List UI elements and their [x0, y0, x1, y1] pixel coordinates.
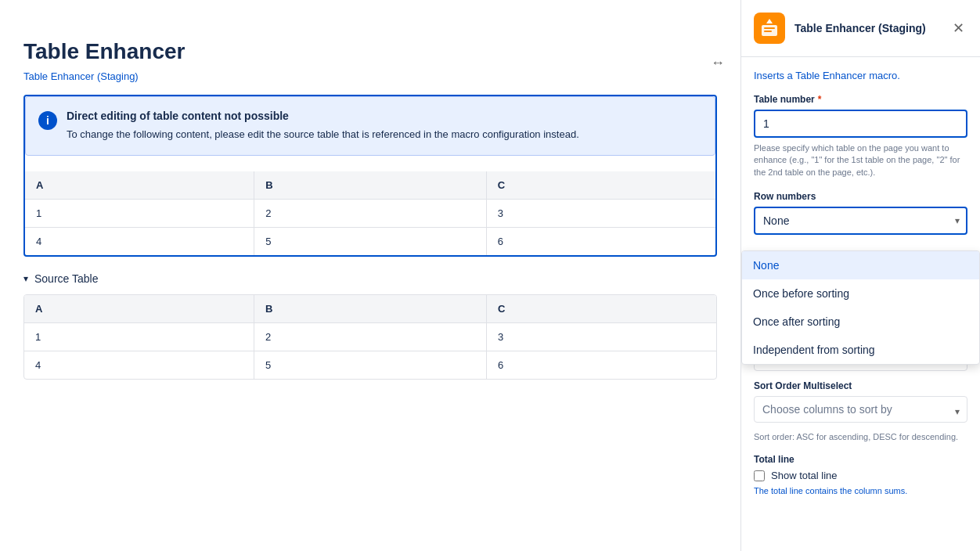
dropdown-item-once-before[interactable]: Once before sorting: [742, 279, 979, 308]
source-table-label: Source Table: [34, 272, 98, 285]
main-content: ↔ Table Enhancer Table Enhancer (Staging…: [0, 0, 740, 551]
info-box-body: To change the following content, please …: [67, 127, 579, 142]
page-title: Table Enhancer: [23, 39, 717, 64]
row-numbers-dropdown: None Once before sorting Once after sort…: [741, 250, 980, 365]
main-table-container: i Direct editing of table content not po…: [23, 95, 717, 257]
source-table-cell: 3: [487, 322, 716, 351]
sort-order-wrapper: Choose columns to sort by ▾: [754, 396, 967, 427]
resize-icon: ↔: [711, 55, 725, 70]
table-cell: 4: [25, 227, 254, 255]
source-table-wrapper: A B C 1 2 3 4 5 6: [23, 294, 717, 380]
sort-order-select[interactable]: Choose columns to sort by: [754, 396, 967, 423]
table-cell: 1: [25, 199, 254, 227]
col-header-b: B: [254, 171, 487, 200]
source-table-row: 4 5 6: [24, 351, 716, 379]
source-col-header-c: C: [487, 295, 716, 323]
plugin-icon: [754, 13, 785, 44]
table-cell: 6: [486, 227, 715, 255]
sidebar: Table Enhancer (Staging) ✕ Inserts a Tab…: [740, 0, 980, 551]
dropdown-item-once-after[interactable]: Once after sorting: [742, 308, 979, 336]
dropdown-item-none[interactable]: None: [742, 251, 979, 279]
sidebar-header: Table Enhancer (Staging) ✕: [741, 0, 980, 57]
source-table-section: ▾ Source Table A B C 1 2 3: [23, 272, 717, 380]
info-box-text: Direct editing of table content not poss…: [67, 110, 579, 142]
show-total-line-checkbox[interactable]: [754, 470, 765, 481]
table-row: 4 5 6: [25, 227, 715, 255]
sidebar-description: Inserts a Table Enhancer macro.: [754, 70, 967, 81]
source-table-cell: 6: [487, 351, 716, 379]
col-header-c: C: [486, 171, 715, 200]
info-box: i Direct editing of table content not po…: [25, 96, 715, 156]
source-col-header-b: B: [254, 295, 486, 323]
row-numbers-label: Row numbers: [754, 191, 967, 202]
plugin-link[interactable]: Table Enhancer (Staging): [23, 70, 717, 82]
table-number-input[interactable]: [754, 110, 967, 138]
total-line-row: Show total line: [754, 470, 967, 481]
row-numbers-select[interactable]: None Once before sorting Once after sort…: [754, 207, 967, 235]
sort-hint: Sort order: ASC for ascending, DESC for …: [754, 432, 967, 441]
svg-rect-3: [764, 31, 772, 32]
required-star: *: [818, 94, 822, 105]
chevron-down-icon: ▾: [23, 273, 28, 284]
dropdown-item-independent[interactable]: Independent from sorting: [742, 336, 979, 364]
table-row: 1 2 3: [25, 199, 715, 227]
table-number-hint: Please specify which table on the page y…: [754, 142, 967, 178]
table-cell: 3: [486, 199, 715, 227]
total-hint: The total line contains the column sums.: [754, 486, 967, 495]
col-header-a: A: [25, 171, 254, 200]
source-table-row: 1 2 3: [24, 322, 716, 351]
info-box-heading: Direct editing of table content not poss…: [67, 110, 579, 122]
table-cell: 5: [254, 227, 487, 255]
sidebar-body: Inserts a Table Enhancer macro. Table nu…: [741, 57, 980, 508]
table-number-label: Table number *: [754, 94, 967, 105]
source-table-cell: 1: [24, 322, 254, 351]
info-icon: i: [38, 111, 57, 130]
source-table-cell: 4: [24, 351, 254, 379]
source-col-header-a: A: [24, 295, 254, 323]
svg-rect-2: [764, 27, 775, 29]
close-button[interactable]: ✕: [949, 16, 967, 40]
total-line-section: Total line Show total line The total lin…: [754, 454, 967, 495]
source-table: A B C 1 2 3 4 5 6: [24, 295, 716, 379]
source-table-cell: 2: [254, 322, 486, 351]
table-header-row: A B C: [25, 171, 715, 200]
table-cell: 2: [254, 199, 487, 227]
show-total-line-label: Show total line: [771, 470, 838, 481]
sidebar-title: Table Enhancer (Staging): [794, 22, 940, 34]
sort-order-label: Sort Order Multiselect: [754, 380, 967, 391]
source-table-cell: 5: [254, 351, 486, 379]
total-line-label: Total line: [754, 454, 967, 465]
sidebar-inner: Table Enhancer (Staging) ✕ Inserts a Tab…: [741, 0, 980, 508]
row-numbers-wrapper: None Once before sorting Once after sort…: [754, 207, 967, 235]
resize-handle[interactable]: ↔: [711, 55, 725, 71]
source-table-header-row: A B C: [24, 295, 716, 323]
main-table: A B C 1 2 3 4 5 6: [25, 171, 715, 255]
source-table-toggle[interactable]: ▾ Source Table: [23, 272, 717, 285]
